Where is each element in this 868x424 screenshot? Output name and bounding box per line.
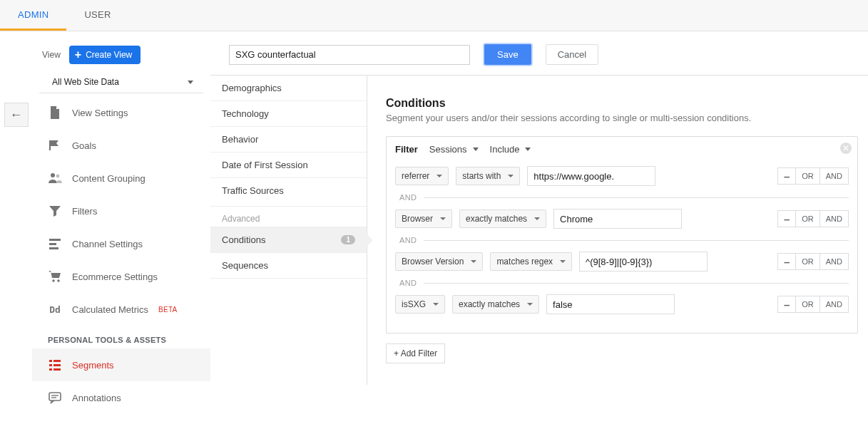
nav-channel-settings[interactable]: Channel Settings bbox=[32, 227, 210, 260]
nav-label: Annotations bbox=[72, 393, 121, 403]
caret-down-icon bbox=[440, 217, 446, 220]
channel-icon bbox=[48, 237, 62, 251]
tab-admin[interactable]: ADMIN bbox=[0, 0, 66, 31]
mid-behavior[interactable]: Behavior bbox=[210, 126, 367, 152]
mid-demographics[interactable]: Demographics bbox=[210, 76, 367, 100]
beta-badge: BETA bbox=[158, 306, 178, 314]
remove-rule-button[interactable]: – bbox=[777, 296, 796, 313]
mid-item-label: Conditions bbox=[222, 234, 265, 245]
and-button[interactable]: AND bbox=[820, 253, 849, 270]
rule-value-input[interactable] bbox=[546, 294, 675, 314]
condition-rule-row: Browserexactly matches–ORAND bbox=[395, 202, 849, 236]
nav-view-settings[interactable]: View Settings bbox=[32, 96, 210, 129]
rule-operators: –ORAND bbox=[777, 167, 849, 185]
dropdown-value: exactly matches bbox=[459, 299, 520, 309]
match-type-dropdown[interactable]: exactly matches bbox=[459, 210, 546, 228]
filter-scope-dropdown[interactable]: Sessions bbox=[429, 144, 479, 155]
mid-date-first-session[interactable]: Date of First Session bbox=[210, 152, 367, 177]
and-separator: AND bbox=[399, 236, 849, 244]
back-button[interactable]: ← bbox=[4, 103, 29, 127]
svg-point-5 bbox=[52, 279, 55, 282]
nav-calculated-metrics[interactable]: Dd Calculated Metrics BETA bbox=[32, 293, 210, 326]
nav-ecommerce[interactable]: Ecommerce Settings bbox=[32, 260, 210, 293]
or-button[interactable]: OR bbox=[796, 296, 820, 313]
conditions-count-badge: 1 bbox=[341, 235, 355, 244]
remove-filter-button[interactable]: ✕ bbox=[840, 143, 852, 154]
rule-value-input[interactable] bbox=[527, 166, 655, 186]
caret-down-icon bbox=[473, 148, 479, 151]
view-select[interactable]: All Web Site Data bbox=[39, 73, 203, 93]
mid-sequences[interactable]: Sequences bbox=[210, 252, 367, 279]
mid-conditions[interactable]: Conditions 1 bbox=[210, 227, 367, 252]
condition-rule-row: Browser Versionmatches regex–ORAND bbox=[395, 244, 849, 279]
dropdown-value: starts with bbox=[462, 171, 501, 181]
dimension-dropdown[interactable]: Browser Version bbox=[395, 252, 483, 271]
nav-filters[interactable]: Filters bbox=[32, 195, 210, 227]
save-button[interactable]: Save bbox=[484, 44, 531, 65]
nav-label: View Settings bbox=[72, 108, 128, 118]
filter-label: Filter bbox=[395, 144, 418, 155]
add-filter-button[interactable]: + Add Filter bbox=[386, 343, 445, 363]
caret-down-icon bbox=[471, 260, 476, 263]
filter-mode-dropdown[interactable]: Include bbox=[490, 144, 531, 155]
segment-name-input[interactable] bbox=[229, 45, 470, 65]
caret-down-icon bbox=[525, 148, 531, 151]
dropdown-value: matches regex bbox=[496, 257, 553, 267]
conditions-title: Conditions bbox=[386, 97, 858, 110]
rule-value-input[interactable] bbox=[579, 252, 708, 272]
sidebar: View + Create View All Web Site Data Vie… bbox=[32, 31, 210, 414]
rule-operators: –ORAND bbox=[777, 210, 849, 227]
and-button[interactable]: AND bbox=[820, 210, 849, 227]
dimension-dropdown[interactable]: isSXG bbox=[395, 295, 445, 314]
caret-down-icon bbox=[188, 81, 193, 84]
nav-goals[interactable]: Goals bbox=[32, 129, 210, 162]
and-label: AND bbox=[399, 279, 417, 287]
svg-rect-12 bbox=[53, 368, 61, 371]
people-icon bbox=[48, 171, 62, 185]
create-view-button[interactable]: + Create View bbox=[69, 46, 141, 64]
svg-rect-8 bbox=[53, 360, 61, 362]
remove-rule-button[interactable]: – bbox=[777, 210, 796, 227]
tab-user[interactable]: USER bbox=[66, 0, 128, 31]
and-button[interactable]: AND bbox=[820, 296, 849, 313]
svg-rect-3 bbox=[49, 243, 56, 245]
segment-category-list: Demographics Technology Behavior Date of… bbox=[210, 76, 367, 385]
match-type-dropdown[interactable]: matches regex bbox=[490, 252, 572, 271]
or-button[interactable]: OR bbox=[796, 253, 820, 270]
remove-rule-button[interactable]: – bbox=[777, 253, 796, 270]
cancel-button[interactable]: Cancel bbox=[546, 44, 598, 65]
metrics-icon: Dd bbox=[48, 302, 62, 316]
rule-operators: –ORAND bbox=[777, 253, 849, 270]
dropdown-value: Sessions bbox=[429, 144, 467, 155]
match-type-dropdown[interactable]: starts with bbox=[456, 167, 520, 185]
svg-rect-4 bbox=[49, 247, 58, 249]
filter-box: ✕ Filter Sessions Include bbox=[386, 136, 858, 333]
view-label: View bbox=[42, 50, 61, 60]
nav-content-grouping[interactable]: Content Grouping bbox=[32, 162, 210, 195]
mid-advanced-heading: Advanced bbox=[210, 206, 367, 227]
or-button[interactable]: OR bbox=[796, 167, 820, 185]
svg-point-6 bbox=[57, 279, 60, 282]
top-tabs: ADMIN USER bbox=[0, 0, 868, 31]
mid-technology[interactable]: Technology bbox=[210, 100, 367, 126]
or-button[interactable]: OR bbox=[796, 210, 820, 227]
mid-traffic-sources[interactable]: Traffic Sources bbox=[210, 177, 367, 203]
caret-down-icon bbox=[433, 303, 439, 306]
and-button[interactable]: AND bbox=[820, 167, 849, 185]
match-type-dropdown[interactable]: exactly matches bbox=[452, 295, 539, 314]
rule-value-input[interactable] bbox=[553, 209, 682, 229]
and-label: AND bbox=[399, 236, 417, 244]
dimension-dropdown[interactable]: referrer bbox=[395, 167, 449, 185]
flag-icon bbox=[48, 138, 62, 152]
and-label: AND bbox=[399, 193, 417, 202]
remove-rule-button[interactable]: – bbox=[777, 167, 796, 185]
dimension-dropdown[interactable]: Browser bbox=[395, 210, 452, 228]
close-icon: ✕ bbox=[842, 143, 849, 153]
conditions-subtitle: Segment your users and/or their sessions… bbox=[386, 113, 858, 123]
nav-label: Calculated Metrics bbox=[72, 304, 148, 315]
dropdown-value: exactly matches bbox=[466, 214, 527, 224]
document-icon bbox=[48, 105, 62, 120]
svg-rect-10 bbox=[53, 364, 61, 366]
nav-annotations[interactable]: Annotations bbox=[32, 381, 210, 414]
nav-segments[interactable]: Segments bbox=[32, 348, 210, 381]
